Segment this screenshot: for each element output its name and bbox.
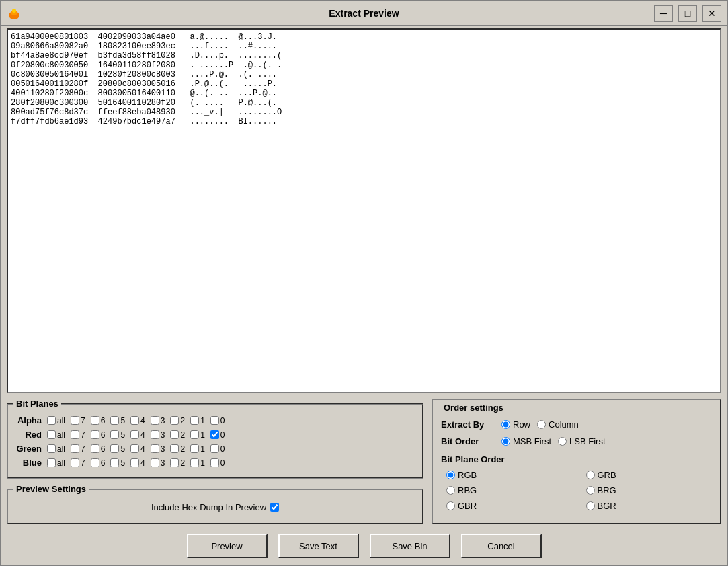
checkbox-input-green-1[interactable] xyxy=(190,444,199,453)
checkbox-blue-all: all xyxy=(47,458,65,468)
bit-plane-row-alpha: Alphaall76543210 xyxy=(13,415,417,426)
checkbox-label-alpha-4: 4 xyxy=(140,416,145,426)
checkbox-label-red-1: 1 xyxy=(200,430,205,440)
checkbox-red-4: 4 xyxy=(130,430,145,440)
checkbox-red-0: 0 xyxy=(210,430,225,440)
checkbox-input-alpha-6[interactable] xyxy=(91,416,99,425)
checkbox-input-alpha-1[interactable] xyxy=(190,416,199,425)
checkbox-input-alpha-0[interactable] xyxy=(210,416,219,425)
hex-dump-checkbox[interactable] xyxy=(270,503,279,512)
checkbox-label-alpha-3: 3 xyxy=(161,416,165,426)
checkbox-green-5: 5 xyxy=(110,444,125,454)
checkbox-label-red-5: 5 xyxy=(120,430,125,440)
lsb-first-label: LSB First xyxy=(569,436,605,446)
preview-button[interactable]: Preview xyxy=(187,534,268,558)
checkbox-input-blue-7[interactable] xyxy=(71,458,79,467)
bit-order-row: Bit Order MSB First LSB First xyxy=(441,436,712,446)
lsb-first-radio[interactable] xyxy=(558,437,567,446)
bit-plane-order-radio-rgb[interactable] xyxy=(446,471,455,479)
bit-plane-order-radio-grb[interactable] xyxy=(586,471,595,479)
minimize-button[interactable]: ─ xyxy=(654,5,673,22)
checkbox-alpha-5: 5 xyxy=(110,416,125,426)
checkbox-input-red-1[interactable] xyxy=(190,430,199,439)
extract-by-row-option: Row xyxy=(501,419,530,430)
checkbox-input-alpha-2[interactable] xyxy=(170,416,179,425)
bit-plane-order-label-bgr: BGR xyxy=(598,501,616,511)
checkbox-input-green-all[interactable] xyxy=(47,444,56,453)
checkbox-green-0: 0 xyxy=(210,444,225,454)
checkbox-input-alpha-7[interactable] xyxy=(71,416,79,425)
extract-by-row-label: Row xyxy=(513,419,530,430)
checkbox-input-red-3[interactable] xyxy=(151,430,159,439)
checkbox-alpha-1: 1 xyxy=(190,416,205,426)
checkbox-label-red-3: 3 xyxy=(161,430,165,440)
extract-by-row: Extract By Row Column xyxy=(441,419,712,430)
bit-plane-order-radio-gbr[interactable] xyxy=(446,501,455,510)
cancel-button[interactable]: Cancel xyxy=(461,534,542,558)
checkbox-input-red-all[interactable] xyxy=(47,430,56,439)
checkbox-input-blue-2[interactable] xyxy=(170,458,179,467)
checkbox-label-alpha-5: 5 xyxy=(120,416,125,426)
checkbox-input-blue-all[interactable] xyxy=(47,458,56,467)
checkbox-input-red-4[interactable] xyxy=(130,430,139,439)
order-settings-title: Order settings xyxy=(441,403,712,413)
checkbox-input-blue-6[interactable] xyxy=(91,458,99,467)
bit-plane-order-radio-brg[interactable] xyxy=(586,486,595,495)
checkbox-label-green-2: 2 xyxy=(180,444,185,454)
checkbox-input-red-5[interactable] xyxy=(110,430,119,439)
checkbox-input-green-5[interactable] xyxy=(110,444,119,453)
checkbox-input-green-7[interactable] xyxy=(71,444,79,453)
close-button[interactable]: ✕ xyxy=(702,5,721,22)
extract-by-row-radio[interactable] xyxy=(501,420,510,429)
checkbox-input-red-7[interactable] xyxy=(71,430,79,439)
channel-label-red: Red xyxy=(13,430,42,440)
checkbox-alpha-0: 0 xyxy=(210,416,225,426)
bit-plane-order-label-gbr: GBR xyxy=(458,501,477,511)
msb-first-label: MSB First xyxy=(513,436,551,446)
bit-plane-order-bgr: BGR xyxy=(586,501,713,511)
checkbox-green-4: 4 xyxy=(130,444,145,454)
checkbox-input-green-3[interactable] xyxy=(151,444,159,453)
bit-plane-order-radio-rbg[interactable] xyxy=(446,486,455,495)
checkbox-input-green-4[interactable] xyxy=(130,444,139,453)
checkbox-input-alpha-3[interactable] xyxy=(151,416,159,425)
save-text-button[interactable]: Save Text xyxy=(278,534,359,558)
checkbox-label-red-7: 7 xyxy=(81,430,85,440)
checkbox-input-blue-4[interactable] xyxy=(130,458,139,467)
svg-point-2 xyxy=(12,9,16,13)
checkbox-input-alpha-4[interactable] xyxy=(130,416,139,425)
checkbox-red-2: 2 xyxy=(170,430,185,440)
checkbox-red-1: 1 xyxy=(190,430,205,440)
checkbox-input-alpha-5[interactable] xyxy=(110,416,119,425)
left-group: Bit Planes Alphaall76543210Redall7654321… xyxy=(7,399,423,524)
bit-planes-fieldset: Bit Planes Alphaall76543210Redall7654321… xyxy=(7,399,423,479)
title-bar: Extract Preview ─ □ ✕ xyxy=(1,1,727,26)
checkbox-input-green-2[interactable] xyxy=(170,444,179,453)
checkbox-input-blue-1[interactable] xyxy=(190,458,199,467)
checkbox-input-alpha-all[interactable] xyxy=(47,416,56,425)
checkbox-input-blue-0[interactable] xyxy=(210,458,219,467)
checkbox-label-blue-all: all xyxy=(57,458,65,468)
checkbox-label-blue-2: 2 xyxy=(180,458,185,468)
checkbox-input-blue-3[interactable] xyxy=(151,458,159,467)
bit-plane-order-radio-bgr[interactable] xyxy=(586,501,595,510)
maximize-button[interactable]: □ xyxy=(678,5,697,22)
bit-plane-order-rgb: RGB xyxy=(446,470,573,480)
checkbox-blue-3: 3 xyxy=(151,458,165,468)
checkbox-label-blue-0: 0 xyxy=(220,458,225,468)
msb-first-radio[interactable] xyxy=(501,437,510,446)
checkbox-label-red-2: 2 xyxy=(180,430,185,440)
extract-by-col-radio[interactable] xyxy=(537,420,546,429)
checkbox-red-all: all xyxy=(47,430,65,440)
checkbox-input-red-6[interactable] xyxy=(91,430,99,439)
checkbox-label-blue-5: 5 xyxy=(120,458,125,468)
checkbox-input-green-6[interactable] xyxy=(91,444,99,453)
checkbox-alpha-2: 2 xyxy=(170,416,185,426)
bit-plane-order-gbr: GBR xyxy=(446,501,573,511)
save-bin-button[interactable]: Save Bin xyxy=(370,534,450,558)
checkbox-input-red-2[interactable] xyxy=(170,430,179,439)
checkbox-green-2: 2 xyxy=(170,444,185,454)
checkbox-input-red-0[interactable] xyxy=(210,430,219,439)
checkbox-input-green-0[interactable] xyxy=(210,444,219,453)
checkbox-input-blue-5[interactable] xyxy=(110,458,119,467)
